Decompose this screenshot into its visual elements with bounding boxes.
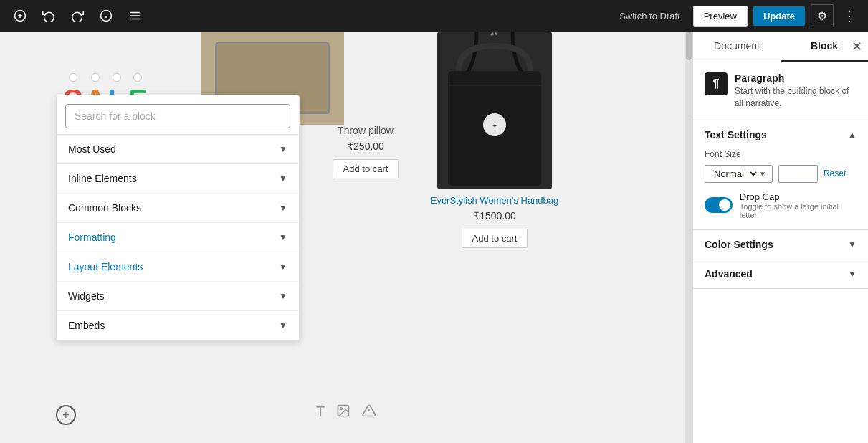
svg-text:✦: ✦: [492, 122, 497, 130]
font-size-chevron-icon: ▼: [759, 170, 766, 178]
content-scrollbar-track[interactable]: [685, 32, 692, 443]
tab-document[interactable]: Document: [693, 32, 781, 62]
block-category-label: Widgets: [68, 290, 105, 302]
paragraph-description: Start with the building block of all nar…: [735, 85, 857, 110]
handbag-price: ₹1500.00: [423, 210, 566, 222]
block-category-item[interactable]: Layout Elements ▼: [57, 252, 299, 282]
sidebar-tabs: Document Block ✕: [693, 32, 868, 62]
advanced-chevron-icon: ▼: [848, 269, 857, 279]
update-button[interactable]: Update: [753, 6, 805, 26]
block-category-label: Embeds: [68, 320, 105, 331]
more-options-button[interactable]: ⋮: [839, 7, 859, 24]
toolbar-right: Switch to Draft Preview Update ⚙ ⋮: [612, 4, 859, 27]
block-category-chevron-icon: ▼: [279, 144, 287, 154]
color-settings-panel: Color Settings ▼: [693, 230, 868, 259]
right-sidebar: Document Block ✕ ¶ Paragraph Start with …: [692, 32, 868, 443]
font-size-reset-button[interactable]: Reset: [824, 168, 846, 178]
warning-icon[interactable]: [362, 404, 376, 421]
sidebar-content: ¶ Paragraph Start with the building bloc…: [693, 62, 868, 443]
text-settings-content: Font Size Normal Small Medium Large Huge…: [693, 149, 868, 229]
text-settings-panel: Text Settings ▲ Font Size Normal Small M…: [693, 120, 868, 230]
add-block-button[interactable]: +: [56, 405, 76, 425]
preview-button[interactable]: Preview: [693, 6, 748, 27]
drop-cap-toggle[interactable]: [705, 197, 733, 213]
content-area: S A L E Throw pillow: [0, 32, 692, 443]
block-category-chevron-icon: ▼: [279, 173, 287, 184]
block-category-item[interactable]: Common Blocks ▼: [57, 194, 299, 223]
settings-gear-button[interactable]: ⚙: [811, 4, 834, 27]
menu-button[interactable]: [123, 4, 146, 27]
color-settings-header[interactable]: Color Settings ▼: [693, 230, 868, 259]
bottom-editor-icons: T: [316, 404, 376, 421]
throw-pillow-price: ₹250.00: [308, 140, 423, 152]
block-category-chevron-icon: ▼: [279, 232, 287, 242]
handbag-add-to-cart[interactable]: Add to cart: [462, 229, 528, 248]
font-size-select-wrapper: Normal Small Medium Large Huge ▼: [705, 165, 773, 183]
paragraph-text: Paragraph Start with the building block …: [735, 72, 857, 110]
sidebar-close-button[interactable]: ✕: [852, 39, 862, 54]
text-settings-title: Text Settings: [705, 129, 767, 140]
block-category-label: Inline Elements: [68, 173, 137, 184]
main-toolbar: Switch to Draft Preview Update ⚙ ⋮: [0, 0, 868, 32]
font-size-row: Normal Small Medium Large Huge ▼ Reset: [705, 165, 857, 183]
image-block-icon[interactable]: [336, 404, 350, 421]
block-inserter-panel: Most Used ▼ Inline Elements ▼ Common Blo…: [56, 95, 300, 341]
font-size-label: Font Size: [705, 149, 857, 159]
drop-cap-toggle-thumb: [719, 199, 730, 211]
font-size-select[interactable]: Normal Small Medium Large Huge: [711, 168, 759, 180]
paragraph-icon: ¶: [705, 72, 728, 95]
font-size-custom-input[interactable]: [778, 165, 818, 183]
block-category-label: Formatting: [68, 232, 116, 243]
block-category-item[interactable]: Most Used ▼: [57, 135, 299, 164]
drop-cap-description: Toggle to show a large initial letter.: [740, 202, 857, 219]
block-category-item[interactable]: Inline Elements ▼: [57, 164, 299, 194]
add-block-toolbar-button[interactable]: [9, 4, 32, 27]
svg-point-13: [340, 408, 343, 410]
handbag-product: ✦ EverStylish Women's Handbag ₹1500.00 A…: [423, 32, 566, 248]
block-search-input[interactable]: [65, 104, 290, 128]
block-category-label: Most Used: [68, 143, 116, 155]
throw-pillow-name: Throw pillow: [308, 125, 423, 136]
redo-button[interactable]: [66, 4, 89, 27]
handbag-name: EverStylish Women's Handbag: [423, 195, 566, 206]
paragraph-title: Paragraph: [735, 72, 857, 84]
color-settings-chevron-icon: ▼: [848, 239, 857, 249]
block-category-chevron-icon: ▼: [279, 203, 287, 213]
block-search-area: [57, 95, 299, 135]
content-scrollbar-thumb[interactable]: [686, 32, 692, 60]
switch-to-draft-button[interactable]: Switch to Draft: [612, 6, 687, 26]
paragraph-info: ¶ Paragraph Start with the building bloc…: [693, 62, 868, 120]
main-layout: S A L E Throw pillow: [0, 32, 868, 443]
block-category-chevron-icon: ▼: [279, 291, 287, 301]
block-category-item[interactable]: Formatting ▼: [57, 223, 299, 252]
block-category-label: Common Blocks: [68, 202, 141, 214]
block-category-item[interactable]: Embeds ▼: [57, 311, 299, 340]
advanced-panel: Advanced ▼: [693, 259, 868, 289]
block-category-item[interactable]: Widgets ▼: [57, 282, 299, 311]
drop-cap-row: Drop Cap Toggle to show a large initial …: [705, 191, 857, 219]
undo-button[interactable]: [37, 4, 60, 27]
info-button[interactable]: [95, 4, 118, 27]
text-settings-chevron-icon: ▲: [848, 130, 857, 140]
drop-cap-label-text: Drop Cap Toggle to show a large initial …: [740, 191, 857, 219]
block-category-label: Layout Elements: [68, 261, 143, 272]
block-category-list: Most Used ▼ Inline Elements ▼ Common Blo…: [57, 135, 299, 340]
color-settings-title: Color Settings: [705, 239, 773, 250]
drop-cap-label: Drop Cap: [740, 191, 857, 202]
advanced-title: Advanced: [705, 268, 753, 280]
block-category-chevron-icon: ▼: [279, 262, 287, 272]
handbag-image: ✦: [437, 32, 552, 189]
advanced-header[interactable]: Advanced ▼: [693, 259, 868, 288]
throw-pillow-add-to-cart[interactable]: Add to cart: [333, 159, 399, 178]
block-category-chevron-icon: ▼: [279, 320, 287, 330]
throw-pillow-product: Throw pillow ₹250.00 Add to cart: [308, 125, 423, 178]
text-settings-header[interactable]: Text Settings ▲: [693, 120, 868, 149]
text-type-icon[interactable]: T: [316, 404, 325, 421]
